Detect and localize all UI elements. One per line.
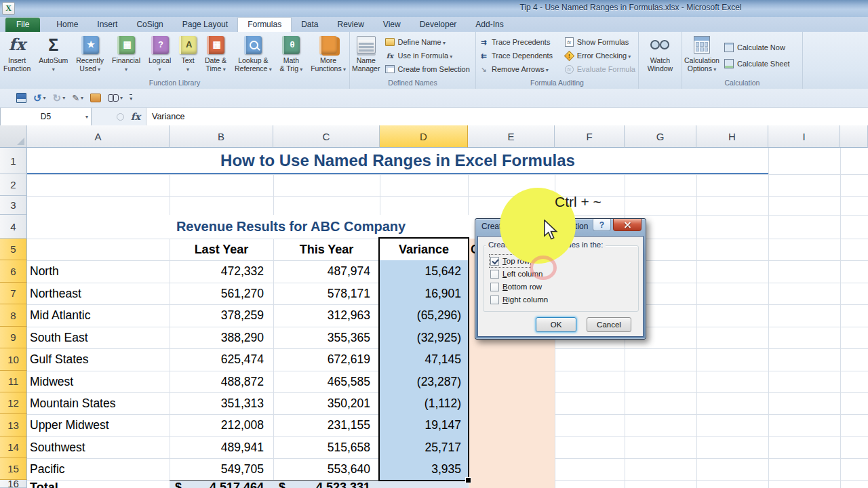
total-this-year-cell[interactable]: 4,523,331 xyxy=(273,480,370,488)
last-year-cell[interactable]: 472,332 xyxy=(170,260,264,283)
column-header-e[interactable]: E xyxy=(468,125,555,148)
row-header-3[interactable]: 3 xyxy=(0,196,27,215)
region-cell[interactable]: South East xyxy=(30,327,88,349)
tab-formulas[interactable]: Formulas xyxy=(237,17,292,32)
this-year-cell[interactable]: 672,619 xyxy=(273,348,370,371)
create-from-selection-button[interactable]: Create from Selection xyxy=(382,62,472,76)
last-year-cell[interactable]: 212,008 xyxy=(170,414,264,436)
row-header-2[interactable]: 2 xyxy=(0,174,27,196)
region-cell[interactable]: Midwest xyxy=(30,371,73,393)
lookup-reference-button[interactable]: Lookup &Reference xyxy=(233,34,274,75)
checkbox-unchecked-icon[interactable] xyxy=(490,296,499,304)
dialog-close-button[interactable] xyxy=(613,219,642,231)
region-cell[interactable]: Gulf States xyxy=(30,348,89,371)
row-header-1[interactable]: 1 xyxy=(0,148,27,174)
total-last-year-cell[interactable]: 4,517,464 xyxy=(170,480,264,488)
dialog-help-button[interactable]: ? xyxy=(593,219,611,231)
recently-used-button[interactable]: ★ RecentlyUsed xyxy=(74,34,106,75)
column-header-h[interactable]: H xyxy=(696,125,768,148)
cancel-button[interactable]: Cancel xyxy=(587,317,631,332)
formula-input[interactable]: Variance xyxy=(146,108,868,125)
cell-b5-last-year[interactable]: Last Year xyxy=(170,239,273,260)
name-box[interactable]: D5 ▾ xyxy=(0,108,92,125)
region-cell[interactable]: Pacific xyxy=(30,458,65,481)
define-name-button[interactable]: Define Name xyxy=(382,35,472,49)
region-cell[interactable]: Mid Atlantic xyxy=(30,304,90,327)
column-header-g[interactable]: G xyxy=(625,125,696,148)
calculate-now-button[interactable]: Calculate Now xyxy=(722,41,793,54)
tab-page-layout[interactable]: Page Layout xyxy=(173,18,237,32)
region-cell[interactable]: Southwest xyxy=(30,436,85,459)
insert-function-button[interactable]: fx InsertFunction xyxy=(1,34,33,74)
ok-button[interactable]: OK xyxy=(536,317,576,332)
column-header-c[interactable]: C xyxy=(273,125,380,148)
format-pen-button[interactable]: ✎▾ xyxy=(72,93,83,103)
this-year-cell[interactable]: 231,155 xyxy=(273,414,370,436)
find-button[interactable]: ▾ xyxy=(108,94,123,102)
calculation-options-button[interactable]: CalculationOptions xyxy=(682,34,722,75)
trace-precedents-button[interactable]: ⇉Trace Precedents xyxy=(476,35,561,49)
save-button[interactable] xyxy=(16,93,26,103)
fill-handle[interactable] xyxy=(465,477,471,483)
this-year-cell[interactable]: 515,658 xyxy=(273,436,370,459)
select-all-corner[interactable] xyxy=(0,125,27,148)
this-year-cell[interactable]: 312,963 xyxy=(273,304,370,327)
region-cell[interactable]: Mountain States xyxy=(30,392,115,415)
tab-data[interactable]: Data xyxy=(292,18,328,32)
tab-insert[interactable]: Insert xyxy=(87,18,127,32)
name-manager-button[interactable]: NameManager xyxy=(350,34,382,74)
more-functions-button[interactable]: MoreFunctions xyxy=(309,34,348,75)
checkbox-right-column[interactable]: Right column xyxy=(490,294,548,305)
column-header-a[interactable]: A xyxy=(27,125,170,148)
trace-dependents-button[interactable]: ⇇Trace Dependents xyxy=(476,49,561,62)
last-year-cell[interactable]: 351,313 xyxy=(170,392,264,415)
this-year-cell[interactable]: 465,585 xyxy=(273,371,370,393)
region-cell[interactable]: Northeast xyxy=(30,283,81,305)
row-header-5-selected[interactable]: 5 xyxy=(0,239,27,260)
checkbox-unchecked-icon[interactable] xyxy=(490,270,499,279)
last-year-cell[interactable]: 625,474 xyxy=(170,348,264,371)
checkbox-unchecked-icon[interactable] xyxy=(490,283,499,291)
error-checking-button[interactable]: !Error Checking xyxy=(561,49,638,62)
open-folder-button[interactable] xyxy=(90,94,101,102)
customize-toolbar-button[interactable]: ▾ xyxy=(130,94,132,102)
this-year-cell[interactable]: 578,171 xyxy=(273,283,370,305)
math-trig-button[interactable]: θ Math& Trig xyxy=(278,34,305,75)
column-header-f[interactable]: F xyxy=(555,125,625,148)
autosum-button[interactable]: Σ AutoSum xyxy=(37,34,70,75)
this-year-cell[interactable]: 350,201 xyxy=(273,392,370,415)
financial-button[interactable]: ▦ Financial xyxy=(110,34,142,75)
checkbox-bottom-row[interactable]: Bottom row xyxy=(490,281,542,292)
sheet-title-cell[interactable]: How to Use Named Ranges in Excel Formula… xyxy=(27,148,768,174)
undo-button[interactable]: ↺▾ xyxy=(33,92,46,104)
watch-window-button[interactable]: WatchWindow xyxy=(646,34,675,74)
date-time-button[interactable]: ▦ Date &Time xyxy=(203,34,229,75)
column-header-partial[interactable] xyxy=(840,125,868,148)
calculate-sheet-button[interactable]: Calculate Sheet xyxy=(722,57,793,70)
this-year-cell[interactable]: 487,974 xyxy=(273,260,370,283)
remove-arrows-button[interactable]: ↘Remove Arrows xyxy=(476,62,561,76)
last-year-cell[interactable]: 489,941 xyxy=(170,436,264,459)
region-cell[interactable]: Upper Midwest xyxy=(30,414,109,436)
last-year-cell[interactable]: 388,290 xyxy=(170,327,264,349)
column-header-b[interactable]: B xyxy=(170,125,273,148)
last-year-cell[interactable]: 378,259 xyxy=(170,304,264,327)
checkbox-checked-icon[interactable] xyxy=(490,257,499,266)
this-year-cell[interactable]: 553,640 xyxy=(273,458,370,481)
evaluate-formula-button[interactable]: fxEvaluate Formula xyxy=(561,62,638,76)
logical-button[interactable]: ? Logical xyxy=(146,34,173,75)
name-box-dropdown-icon[interactable]: ▾ xyxy=(85,114,88,120)
this-year-cell[interactable]: 355,365 xyxy=(273,327,370,349)
last-year-cell[interactable]: 488,872 xyxy=(170,371,264,393)
insert-function-fx-icon[interactable]: fx xyxy=(131,111,140,122)
tab-add-ins[interactable]: Add-Ins xyxy=(466,18,513,32)
region-cell[interactable]: North xyxy=(30,260,59,283)
column-header-d-selected[interactable]: D xyxy=(380,125,468,148)
tab-home[interactable]: Home xyxy=(47,18,87,32)
tab-cosign[interactable]: CoSign xyxy=(127,18,172,32)
text-button[interactable]: A Text xyxy=(177,34,199,75)
tab-review[interactable]: Review xyxy=(328,18,374,32)
last-year-cell[interactable]: 549,705 xyxy=(170,458,264,481)
tab-developer[interactable]: Developer xyxy=(410,18,467,32)
column-header-i[interactable]: I xyxy=(768,125,840,148)
